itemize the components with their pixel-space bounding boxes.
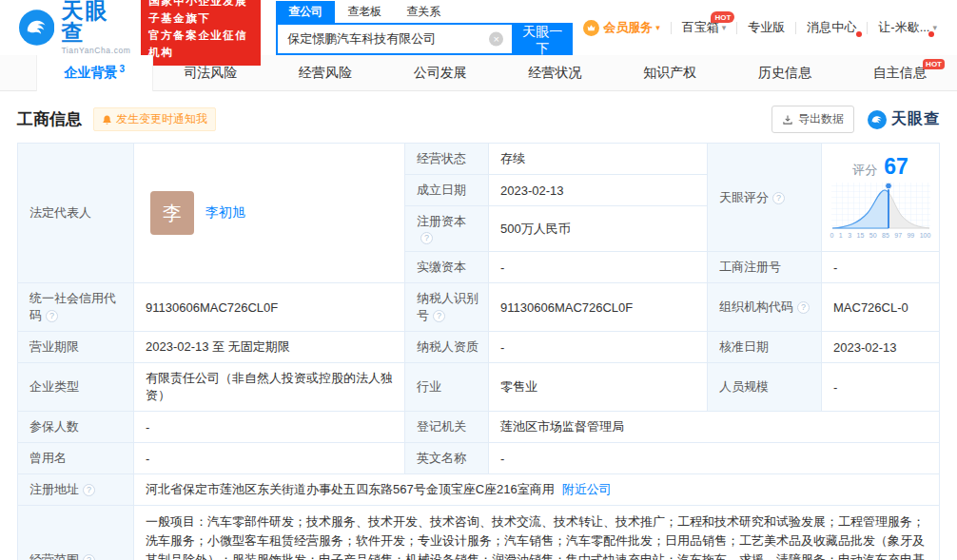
tab-company-development[interactable]: 公司发展 <box>382 55 498 90</box>
help-icon[interactable]: ? <box>797 301 810 314</box>
search-tab-company[interactable]: 查公司 <box>276 1 335 23</box>
search-button[interactable]: 天眼一下 <box>512 23 573 55</box>
tab-count: 3 <box>120 64 126 74</box>
table-row: 经营范围? 一般项目：汽车零部件研发；技术服务、技术开发、技术咨询、技术交流、技… <box>18 506 940 560</box>
type-value: 有限责任公司（非自然人投资或控股的法人独资） <box>134 363 405 412</box>
menu-toolbox[interactable]: HOT 百宝箱 ▾ <box>672 19 737 36</box>
menu-user-account[interactable]: 让-米歇... ▾ <box>868 19 947 36</box>
top-menu: 会员服务 ▾ HOT 百宝箱 ▾ 专业版 消息中心 让-米歇... ▾ <box>573 19 947 36</box>
status-label: 经营状态 <box>405 144 489 175</box>
staff-label: 人员规模 <box>708 363 822 412</box>
reg-no-label: 工商注册号 <box>708 252 822 283</box>
legal-rep-link[interactable]: 李初旭 <box>205 204 245 222</box>
legal-rep-label: 法定代表人 <box>18 144 134 283</box>
former-name-value: - <box>134 443 405 474</box>
authority-label: 登记机关 <box>405 412 489 443</box>
search-input[interactable] <box>276 23 512 55</box>
status-value: 存续 <box>489 144 708 175</box>
tab-intellectual-property[interactable]: 知识产权 <box>613 55 728 90</box>
avatar[interactable]: 李 <box>150 191 194 235</box>
reg-capital-label: 注册资本? <box>405 206 489 252</box>
menu-pro-version[interactable]: 专业版 <box>737 19 795 36</box>
org-code-label: 组织机构代码? <box>708 283 822 332</box>
help-icon[interactable]: ? <box>420 232 433 244</box>
bell-icon <box>102 114 112 126</box>
en-name-label: 英文名称 <box>405 443 489 474</box>
tianyancha-logo-icon <box>868 110 887 129</box>
download-icon <box>782 114 793 126</box>
crown-icon <box>583 20 599 36</box>
top-bar: 天眼查 TianYanCha.com 国家中小企业发展子基金旗下 官方备案企业征… <box>0 0 957 55</box>
change-notify-button[interactable]: 发生变更时通知我 <box>93 107 216 131</box>
established-value: 2023-02-13 <box>489 175 708 206</box>
company-section-nav: 企业背景3 司法风险 经营风险 公司发展 经营状况 知识产权 历史信息 自主信息… <box>0 55 957 91</box>
search-area: 查公司 查老板 查关系 × 天眼一下 <box>276 1 573 55</box>
authority-value: 莲池区市场监督管理局 <box>489 412 940 443</box>
logo-domain: TianYanCha.com <box>61 47 131 55</box>
export-data-button[interactable]: 导出数据 <box>771 106 854 133</box>
menu-vip-services[interactable]: 会员服务 ▾ <box>573 19 671 36</box>
notification-dot <box>928 31 934 37</box>
notification-dot <box>856 31 862 37</box>
industry-label: 行业 <box>405 363 489 412</box>
address-label: 注册地址? <box>18 474 134 506</box>
tianyancha-logo[interactable]: 天眼查 TianYanCha.com <box>19 0 131 55</box>
help-icon[interactable]: ? <box>83 554 95 560</box>
credit-code-label: 统一社会信用代码? <box>18 283 134 332</box>
tab-company-background[interactable]: 企业背景3 <box>36 55 153 91</box>
paidin-value: - <box>489 252 708 283</box>
score-word: 评分 <box>852 162 877 179</box>
table-row: 参保人数 - 登记机关 莲池区市场监督管理局 <box>18 412 940 443</box>
hot-badge: HOT <box>923 59 945 69</box>
paidin-label: 实缴资本 <box>405 252 489 283</box>
table-row: 注册地址? 河北省保定市莲池区东关街道办事处五四东路567号金顶宝座C座216室… <box>18 474 940 506</box>
approved-value: 2023-02-13 <box>822 332 940 363</box>
search-tab-boss[interactable]: 查老板 <box>335 1 394 23</box>
insured-label: 参保人数 <box>18 412 134 443</box>
help-icon[interactable]: ? <box>433 310 445 322</box>
tianyancha-logo-icon <box>19 10 54 46</box>
term-label: 营业期限 <box>18 332 134 363</box>
industry-value: 零售业 <box>489 363 708 412</box>
score-value: 67 <box>884 154 908 180</box>
legal-rep-cell: 李 李初旭 <box>134 144 405 283</box>
section-header: 工商信息 发生变更时通知我 导出数据 天眼查 <box>17 106 940 133</box>
org-code-value: MAC726CL-0 <box>822 283 940 332</box>
taxpayer-qual-value: - <box>489 332 708 363</box>
score-label: 天眼评分? <box>708 144 822 252</box>
tab-history-info[interactable]: 历史信息 <box>728 55 843 90</box>
chevron-down-icon: ▾ <box>722 23 727 32</box>
staff-value: - <box>822 363 940 412</box>
page-title: 工商信息 <box>17 108 82 130</box>
table-row: 营业期限 2023-02-13 至 无固定期限 纳税人资质 - 核准日期 202… <box>18 332 940 363</box>
chevron-down-icon: ▾ <box>932 23 937 32</box>
tab-operating-risk[interactable]: 经营风险 <box>268 55 383 90</box>
help-icon[interactable]: ? <box>83 484 95 496</box>
table-row: 企业类型 有限责任公司（非自然人投资或控股的法人独资） 行业 零售业 人员规模 … <box>18 363 940 412</box>
table-row: 曾用名 - 英文名称 - <box>18 443 940 474</box>
term-value: 2023-02-13 至 无固定期限 <box>134 332 405 363</box>
menu-message-center[interactable]: 消息中心 <box>796 19 867 36</box>
established-label: 成立日期 <box>405 175 489 206</box>
reg-no-value: - <box>822 252 940 283</box>
taxpayer-qual-label: 纳税人资质 <box>405 332 489 363</box>
tianyancha-watermark: 天眼查 <box>868 109 940 129</box>
nearby-companies-link[interactable]: 附近公司 <box>562 482 612 496</box>
help-icon[interactable]: ? <box>46 310 58 322</box>
scope-label: 经营范围? <box>18 506 134 560</box>
clear-search-icon[interactable]: × <box>489 31 503 46</box>
taxpayer-id-value: 91130606MAC726CL0F <box>489 283 708 332</box>
search-tab-relation[interactable]: 查关系 <box>394 1 453 23</box>
tab-self-published-info[interactable]: 自主信息 HOT <box>842 55 957 90</box>
former-name-label: 曾用名 <box>18 443 134 474</box>
help-icon[interactable]: ? <box>772 192 785 204</box>
tab-judicial-risk[interactable]: 司法风险 <box>153 55 268 90</box>
address-cell: 河北省保定市莲池区东关街道办事处五四东路567号金顶宝座C座216室商用附近公司 <box>134 474 940 506</box>
search-tabs: 查公司 查老板 查关系 <box>276 1 573 23</box>
tab-operating-status[interactable]: 经营状况 <box>498 55 613 90</box>
address-value: 河北省保定市莲池区东关街道办事处五四东路567号金顶宝座C座216室商用 <box>146 482 555 496</box>
insured-value: - <box>134 412 405 443</box>
credit-code-value: 91130606MAC726CL0F <box>134 283 405 332</box>
table-row: 法定代表人 李 李初旭 经营状态 存续 天眼评分? 评分 67 <box>18 144 940 175</box>
en-name-value: - <box>489 443 940 474</box>
